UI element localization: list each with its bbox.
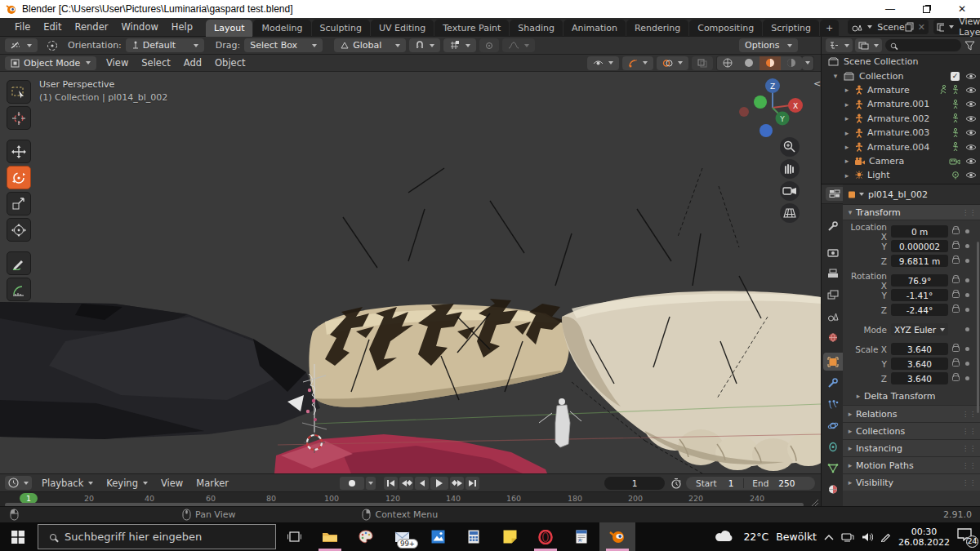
- panel-drag-grip[interactable]: ⋮⋮: [962, 209, 977, 216]
- restore-button[interactable]: [908, 0, 944, 18]
- eye-icon[interactable]: [965, 73, 977, 80]
- taskbar-photos[interactable]: [420, 522, 456, 551]
- taskbar-explorer[interactable]: [312, 522, 348, 551]
- lock-icon[interactable]: [952, 278, 960, 283]
- field-scale-x[interactable]: Scale X3.640: [843, 342, 980, 356]
- taskbar-wordpad[interactable]: A: [564, 522, 599, 551]
- field-rotation-z[interactable]: Z-2.44°: [843, 303, 980, 317]
- eye-icon[interactable]: [965, 115, 977, 122]
- play-reverse-button[interactable]: [415, 477, 429, 490]
- tab-output[interactable]: [823, 264, 843, 282]
- taskbar-opera[interactable]: [528, 522, 564, 551]
- tab-texture-paint[interactable]: Texture Paint: [434, 20, 509, 37]
- taskbar-calculator[interactable]: [456, 522, 492, 551]
- outliner-row-armature-002[interactable]: ▸ Armature.002: [822, 112, 980, 126]
- tool-transform[interactable]: [7, 218, 31, 242]
- tray-expand-icon[interactable]: [824, 534, 834, 540]
- outliner-display-mode[interactable]: [855, 38, 882, 52]
- timeline-editor-type[interactable]: [5, 476, 32, 490]
- jump-to-end-button[interactable]: [466, 477, 479, 490]
- proportional-edit-toggle[interactable]: [479, 38, 499, 52]
- tab-object-data[interactable]: [823, 459, 843, 477]
- timeline-ruler[interactable]: 20 40 60 80 100 120 140 160 180 200 220 …: [0, 491, 821, 506]
- animate-dot[interactable]: [965, 362, 969, 366]
- viewport-menu-select[interactable]: Select: [135, 57, 176, 69]
- snap-toggle[interactable]: [409, 38, 440, 52]
- tab-uv-editing[interactable]: UV Editing: [371, 20, 434, 37]
- tool-rotate[interactable]: [7, 166, 31, 189]
- outliner-search-input[interactable]: [885, 39, 961, 51]
- eye-icon[interactable]: [965, 87, 977, 94]
- jump-to-start-button[interactable]: [384, 477, 398, 490]
- panel-collections[interactable]: ▸Collections⋮⋮: [843, 422, 980, 439]
- minimize-button[interactable]: —: [872, 0, 908, 18]
- falloff-dropdown[interactable]: [502, 38, 535, 52]
- scene-selector[interactable]: Scene ✕: [848, 20, 929, 34]
- unlink-scene-icon[interactable]: ✕: [918, 22, 925, 33]
- panel-instancing[interactable]: ▸Instancing⋮⋮: [843, 439, 980, 456]
- tab-shading[interactable]: Shading: [510, 20, 563, 37]
- taskbar-blender[interactable]: [599, 522, 635, 551]
- eye-icon[interactable]: [965, 171, 977, 179]
- transform-panel-header[interactable]: ▾Transform ⋮⋮: [843, 205, 980, 220]
- new-scene-icon[interactable]: [905, 22, 915, 32]
- tab-modeling[interactable]: Modeling: [253, 20, 310, 37]
- tab-object[interactable]: [823, 353, 843, 371]
- tab-view-layer[interactable]: [823, 286, 843, 304]
- menu-help[interactable]: Help: [165, 21, 199, 33]
- window-titlebar[interactable]: Blender [C:\Users\User\Pictures\Luminari…: [0, 0, 980, 18]
- panel-motion-paths[interactable]: ▸Motion Paths⋮⋮: [843, 456, 980, 473]
- tab-render[interactable]: [823, 243, 843, 261]
- orientation-gizmo-icon[interactable]: [44, 39, 60, 52]
- menu-edit[interactable]: Edit: [37, 21, 68, 33]
- field-location-x[interactable]: Location X0 m: [843, 224, 980, 238]
- tab-rendering[interactable]: Rendering: [626, 20, 688, 37]
- auto-keying-button[interactable]: [340, 477, 364, 490]
- field-location-y[interactable]: Y0.000002: [843, 239, 980, 253]
- eye-icon[interactable]: [965, 100, 977, 108]
- tab-scripting[interactable]: Scripting: [763, 20, 819, 37]
- tool-cursor[interactable]: [7, 106, 31, 130]
- field-scale-y[interactable]: Y3.640: [843, 357, 980, 371]
- xray-toggle[interactable]: [692, 56, 713, 70]
- animate-dot[interactable]: [965, 347, 969, 351]
- weather-desc[interactable]: Bewölkt: [776, 531, 817, 543]
- delta-transform-panel[interactable]: ▸Delta Transform: [843, 387, 980, 405]
- field-location-z[interactable]: Z9.6811 m: [843, 254, 980, 268]
- shading-solid-button[interactable]: [738, 56, 760, 70]
- menu-file[interactable]: File: [8, 21, 37, 33]
- viewport-menu-object[interactable]: Object: [208, 57, 252, 69]
- tab-material[interactable]: [823, 480, 843, 498]
- outliner-row-armature-004[interactable]: ▸ Armature.004: [822, 140, 980, 153]
- animate-dot[interactable]: [965, 327, 969, 331]
- task-view-button[interactable]: [276, 522, 312, 551]
- collection-checkbox[interactable]: ✓: [951, 72, 960, 81]
- animate-dot[interactable]: [965, 293, 969, 297]
- timeline-menu-keying[interactable]: Keying: [100, 478, 154, 489]
- active-tool-selector[interactable]: [5, 38, 38, 52]
- tab-layout[interactable]: Layout: [206, 20, 252, 37]
- outliner-row-scene-collection[interactable]: Scene Collection: [822, 55, 980, 69]
- start-button[interactable]: [0, 522, 36, 551]
- outliner-row-light[interactable]: ▸ Light: [822, 168, 980, 182]
- tab-modifiers[interactable]: [823, 374, 843, 392]
- tab-tool[interactable]: [823, 217, 843, 235]
- animate-dot[interactable]: [965, 259, 969, 263]
- pen-icon[interactable]: [880, 531, 891, 542]
- tab-compositing[interactable]: Compositing: [689, 20, 762, 37]
- field-rotation-x[interactable]: Rotation X76.9°: [843, 273, 980, 287]
- expand-icon[interactable]: ▸: [843, 86, 851, 94]
- tool-select-box[interactable]: [7, 80, 31, 104]
- animate-dot[interactable]: [965, 278, 969, 282]
- panel-visibility[interactable]: ▸Visibility⋮⋮: [843, 473, 980, 491]
- start-value[interactable]: 1: [728, 478, 734, 488]
- outliner-row-camera[interactable]: ▸ Camera: [822, 154, 980, 168]
- properties-scrollbar[interactable]: [977, 242, 979, 413]
- tool-measure[interactable]: [7, 278, 31, 301]
- outliner-row-armature-003[interactable]: ▸ Armature.003: [822, 126, 980, 140]
- tool-scale[interactable]: [7, 192, 31, 216]
- keying-dropdown[interactable]: [366, 477, 376, 490]
- lock-icon[interactable]: [952, 361, 960, 367]
- timeline-menu-view[interactable]: View: [154, 478, 189, 489]
- sidebar-collapse-arrow[interactable]: <: [813, 78, 821, 89]
